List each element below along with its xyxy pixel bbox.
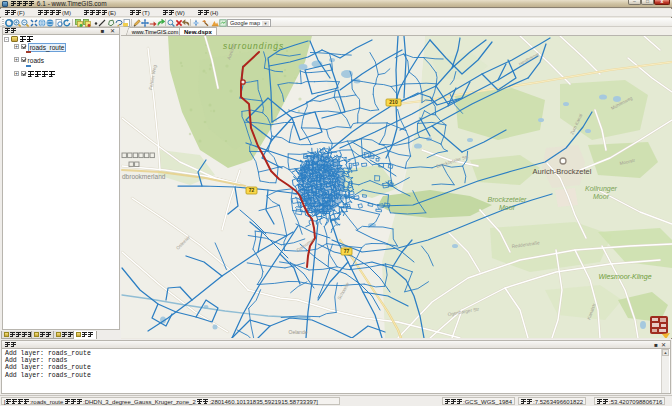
svg-text:77: 77 [344,248,350,254]
svg-text:210: 210 [389,99,398,105]
svg-text:dbrookmerland: dbrookmerland [122,173,166,180]
svg-text:Brockzeteler: Brockzeteler [488,196,528,203]
svg-text:Oelande: Oelande [289,329,308,335]
svg-text:Moor: Moor [593,193,610,200]
svg-text:Kollrunger: Kollrunger [585,185,618,193]
svg-text:Wiesmoor-Klinge: Wiesmoor-Klinge [598,273,651,281]
svg-text:Moor: Moor [499,204,516,211]
svg-text:Aurich-Brockzetel: Aurich-Brockzetel [533,167,592,176]
svg-text:72: 72 [249,187,255,193]
